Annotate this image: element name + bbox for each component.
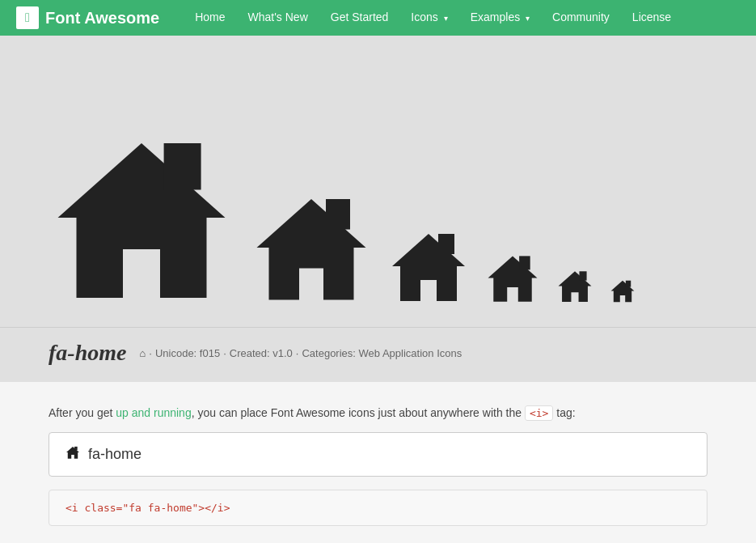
nav-link-home[interactable]: Home bbox=[184, 0, 236, 35]
icon-info-bar: fa-home ⌂ · Unicode: f015 · Created: v1.… bbox=[0, 327, 756, 382]
home-icon-lg bbox=[251, 193, 372, 303]
code-box: <i class="fa fa-home"></i> bbox=[49, 490, 707, 526]
home-icon-sm bbox=[485, 253, 540, 303]
examples-dropdown-arrow: ▾ bbox=[526, 14, 530, 23]
description-after: , you can place Font Awesome icons just … bbox=[192, 406, 522, 419]
nav-links: Home What's New Get Started Icons ▾ Exam… bbox=[184, 0, 682, 36]
nav-item-icons: Icons ▾ bbox=[399, 0, 458, 36]
icon-meta-home-icon: ⌂ bbox=[139, 347, 146, 359]
nav-link-examples[interactable]: Examples ▾ bbox=[459, 0, 541, 36]
nav-item-whats-new: What's New bbox=[237, 0, 319, 36]
icon-meta: ⌂ · Unicode: f015 · Created: v1.0 · Cate… bbox=[139, 347, 462, 359]
icon-meta-separator2: · bbox=[223, 347, 226, 359]
demo-label: fa-home bbox=[88, 446, 141, 463]
icon-meta-separator3: · bbox=[296, 347, 299, 359]
nav-link-community[interactable]: Community bbox=[541, 0, 621, 35]
description-before: After you get bbox=[49, 406, 116, 419]
nav-link-license[interactable]: License bbox=[621, 0, 682, 35]
home-icon-md bbox=[388, 230, 469, 303]
svg-rect-13 bbox=[74, 447, 78, 450]
nav-item-get-started: Get Started bbox=[319, 0, 400, 36]
icon-name-heading: fa-home bbox=[49, 340, 126, 366]
svg-rect-5 bbox=[438, 234, 454, 254]
demo-box: fa-home bbox=[49, 432, 707, 477]
icon-categories: Categories: Web Application Icons bbox=[302, 347, 462, 359]
navbar:  Font Awesome Home What's New Get Start… bbox=[0, 0, 756, 36]
code-snippet-open: <i class="fa fa-home"></i> bbox=[65, 502, 230, 514]
svg-rect-11 bbox=[626, 281, 631, 287]
nav-item-license: License bbox=[621, 0, 682, 36]
up-and-running-link[interactable]: up and running bbox=[116, 406, 191, 419]
brand-name: Font Awesome bbox=[45, 9, 159, 28]
demo-home-icon bbox=[65, 446, 80, 463]
brand-icon:  bbox=[16, 6, 39, 29]
tag-suffix: tag: bbox=[556, 406, 575, 419]
nav-link-get-started[interactable]: Get Started bbox=[319, 0, 400, 35]
description-paragraph: After you get up and running, you can pl… bbox=[49, 406, 707, 419]
home-icon-xs bbox=[556, 269, 593, 303]
i-tag-code: <i> bbox=[525, 405, 553, 421]
nav-link-whats-new[interactable]: What's New bbox=[237, 0, 319, 35]
home-icon-xl bbox=[49, 133, 234, 303]
nav-link-icons[interactable]: Icons ▾ bbox=[399, 0, 458, 36]
content-section: After you get up and running, you can pl… bbox=[0, 382, 756, 543]
icon-unicode: Unicode: f015 bbox=[155, 347, 220, 359]
icons-dropdown-arrow: ▾ bbox=[444, 14, 448, 23]
icon-display bbox=[49, 133, 636, 303]
svg-rect-1 bbox=[164, 143, 201, 190]
home-icon-xxs bbox=[610, 279, 636, 303]
hero-section bbox=[0, 36, 756, 327]
nav-item-community: Community bbox=[541, 0, 621, 36]
svg-rect-7 bbox=[519, 256, 530, 269]
icon-created: Created: v1.0 bbox=[230, 347, 293, 359]
svg-rect-9 bbox=[579, 271, 586, 280]
svg-rect-3 bbox=[326, 199, 350, 230]
icon-meta-separator1: · bbox=[149, 347, 152, 359]
nav-item-examples: Examples ▾ bbox=[459, 0, 541, 36]
brand-link[interactable]:  Font Awesome bbox=[16, 6, 159, 29]
nav-item-home: Home bbox=[184, 0, 236, 36]
